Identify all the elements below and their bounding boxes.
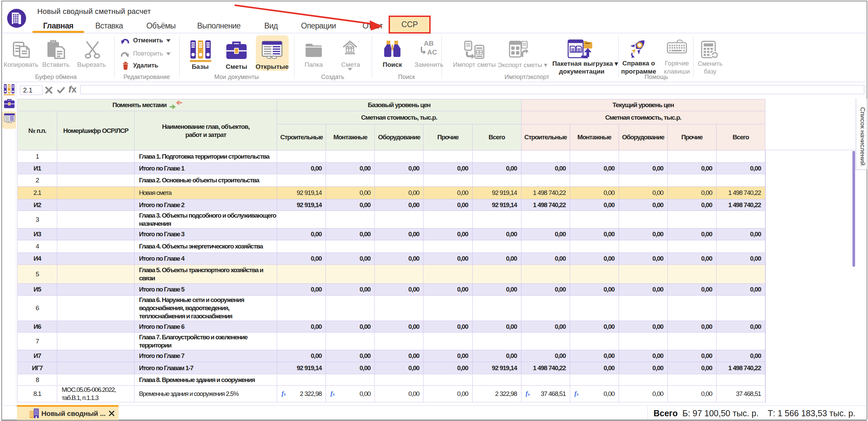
svg-text:AC: AC xyxy=(427,48,437,56)
svg-text:AB: AB xyxy=(424,40,434,47)
